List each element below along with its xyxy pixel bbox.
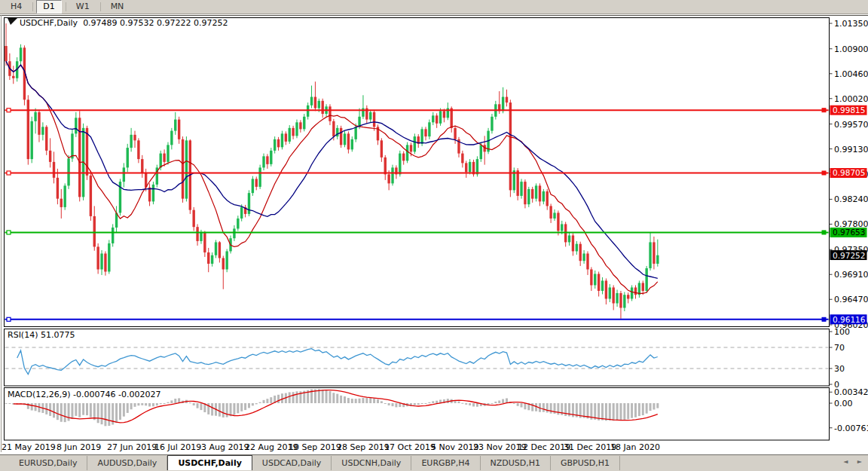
date-tick-label: 12 Dec 2019 — [518, 442, 570, 452]
macd-bar — [292, 392, 295, 403]
timeframe-button-w1[interactable]: W1 — [69, 0, 96, 14]
chart-tab-usdcad[interactable]: USDCAD,Daily — [252, 456, 332, 470]
macd-bar — [616, 403, 619, 421]
horizontal-line-0.97653[interactable]: 0.97653 — [5, 228, 867, 237]
candle-body — [203, 233, 206, 252]
macd-bar — [432, 401, 434, 403]
candle-body — [86, 128, 88, 176]
timeframe-button-mn[interactable]: MN — [104, 0, 131, 14]
candle-body — [281, 133, 283, 147]
macd-bar — [653, 403, 655, 409]
candle-body — [439, 111, 442, 124]
candle-body — [211, 255, 213, 264]
candle-body — [196, 227, 198, 241]
candle-body — [53, 162, 55, 178]
timeframe-button-d1[interactable]: D1 — [36, 0, 61, 14]
macd-bar — [502, 399, 504, 403]
date-scale[interactable]: 21 May 20198 Jun 201927 Jun 201916 Jul 2… — [2, 442, 660, 452]
candle-body — [192, 210, 194, 228]
macd-bar — [252, 403, 254, 405]
macd-bar — [93, 403, 96, 420]
chart-tab-gbpusd[interactable]: GBPUSD,H1 — [551, 456, 620, 470]
macd-bar — [649, 403, 652, 411]
macd-tick-label: 0.003428 — [834, 387, 868, 397]
price-panel[interactable] — [5, 23, 659, 319]
macd-bar — [170, 400, 173, 403]
date-tick-label: 3 Aug 2019 — [201, 442, 249, 452]
candle-body — [329, 106, 331, 121]
candle-body — [163, 154, 165, 162]
macd-bar — [340, 396, 342, 403]
candle-body — [200, 233, 202, 241]
rsi-panel[interactable]: 10070300 — [5, 327, 851, 390]
macd-bar — [233, 403, 235, 415]
line-handle-right — [822, 171, 826, 175]
macd-bar — [417, 403, 420, 405]
horizontal-line-0.99815[interactable]: 0.99815 — [5, 106, 867, 115]
macd-bar — [263, 400, 265, 403]
macd-bar — [646, 403, 648, 414]
horizontal-line-0.96116[interactable]: 0.96116 — [5, 314, 867, 324]
candle-body — [75, 118, 77, 133]
date-tick-label: 5 Nov 2019 — [431, 442, 478, 452]
chart-tab-usdcnh[interactable]: USDCNH,Daily — [332, 456, 411, 470]
macd-bar — [609, 403, 611, 421]
candle-body — [5, 46, 7, 61]
candle-body — [645, 268, 647, 291]
candle-body — [185, 140, 188, 198]
date-tick-label: 18 Jan 2020 — [610, 442, 660, 452]
tab-scroll-right-icon[interactable]: ► — [857, 458, 862, 465]
macd-bar — [465, 403, 467, 405]
chart-tab-eurgbp[interactable]: EURGBP,H4 — [411, 456, 480, 470]
macd-bar — [259, 402, 261, 403]
macd-bar — [631, 403, 633, 418]
date-tick-label: 17 Oct 2019 — [384, 442, 436, 452]
candle-body — [41, 127, 44, 135]
macd-bar — [377, 399, 379, 403]
macd-bar — [71, 403, 73, 418]
candle-body — [509, 102, 512, 190]
candle-body — [141, 159, 143, 173]
candle-body — [344, 133, 346, 145]
candle-body — [454, 128, 456, 139]
macd-bar — [344, 396, 346, 403]
candle-body — [63, 185, 66, 207]
macd-bar — [373, 399, 375, 403]
candle-body — [436, 115, 438, 124]
chart-tab-usdchf[interactable]: USDCHF,Daily — [167, 455, 252, 470]
date-tick-label: 27 Jun 2019 — [107, 442, 157, 452]
tab-scroll-left-icon[interactable]: ◄ — [843, 458, 848, 465]
candle-body — [60, 199, 63, 207]
macd-bar — [200, 403, 202, 410]
chart-tab-audusd[interactable]: AUDUSD,Daily — [87, 456, 167, 470]
chart-tab-nzdusd[interactable]: NZDUSD,H1 — [481, 456, 552, 470]
macd-bar — [362, 398, 364, 403]
price-tick-label: 0.99570 — [834, 120, 868, 130]
candle-body — [520, 182, 522, 196]
timeframe-button-h4[interactable]: H4 — [4, 0, 29, 14]
candle-body — [502, 97, 504, 112]
candle-body — [152, 185, 154, 202]
macd-bar — [86, 403, 88, 415]
candle-body — [148, 188, 151, 202]
macd-bar — [347, 398, 350, 403]
macd-bar — [197, 403, 199, 408]
macd-bar — [351, 399, 353, 403]
candle-body — [255, 179, 258, 187]
macd-bar — [35, 403, 37, 411]
macd-bar — [513, 403, 515, 404]
macd-bar — [130, 403, 133, 409]
candle-body — [391, 167, 393, 183]
candle-body — [90, 176, 92, 216]
macd-bar — [336, 394, 338, 403]
candle-body — [476, 159, 478, 174]
candle-body — [340, 128, 342, 145]
horizontal-line-0.98705[interactable]: 0.98705 — [5, 168, 867, 178]
chart-tab-eurusd[interactable]: EURUSD,Daily — [9, 456, 87, 470]
symbol-marker-icon — [8, 18, 17, 25]
line-handle-left — [7, 109, 11, 112]
price-tick-label: 0.98240 — [834, 194, 868, 204]
macd-bar — [193, 403, 195, 405]
candle-body — [451, 109, 453, 128]
candle-body — [347, 133, 350, 149]
